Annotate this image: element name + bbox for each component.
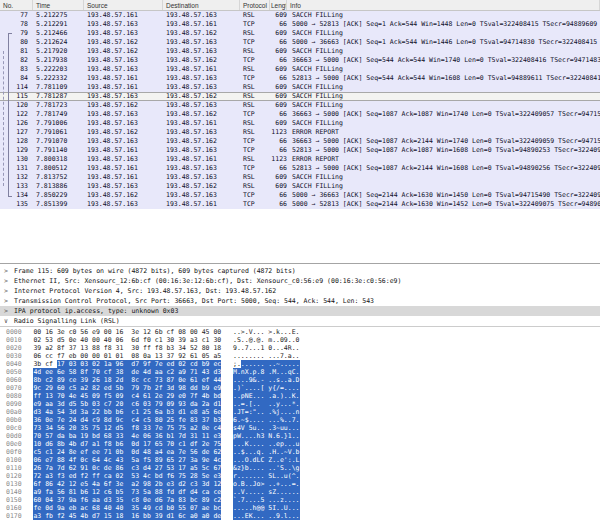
hex-row-0050[interactable]: 0050 4d ee 6e 58 8f 70 cf 38 de 4d aa c2… <box>0 368 600 376</box>
hex-row-0070[interactable]: 0070 9c 29 60 c5 a2 82 ed 5b 79 7b 2f 3d… <box>0 384 600 392</box>
packet-row-83[interactable]: 835.222203193.48.57.163193.48.57.161RSL6… <box>0 65 600 74</box>
hex-row-0100[interactable]: 0100 06 e7 88 4f 0c 64 4c 43 5a f5 89 65… <box>0 456 600 464</box>
expand-icon[interactable]: > <box>4 306 8 316</box>
packet-row-128[interactable]: 1287.791070193.48.57.163193.48.57.162TCP… <box>0 137 600 146</box>
ascii-bytes: ..>.V... >.k...E. <box>233 328 300 336</box>
packet-row-131[interactable]: 1317.800512193.48.57.161193.48.57.163TCP… <box>0 164 600 173</box>
cell-dst: 193.48.57.161 <box>163 20 240 29</box>
hex-bytes-selected: fe 0d 9a eb ac 68 40 40 35 49 cd b0 55 0… <box>33 504 221 512</box>
packet-row-120[interactable]: 1207.781723193.48.57.162193.48.57.163RSL… <box>0 101 600 110</box>
cell-len: 66 <box>270 110 287 119</box>
expand-icon[interactable]: > <box>4 266 8 276</box>
packet-row-127[interactable]: 1277.791061193.48.57.162193.48.57.163RSL… <box>0 128 600 137</box>
hex-row-00b0[interactable]: 00b0 36 0e 7e 24 d4 c9 8d 9c c4 c5 80 25… <box>0 416 600 424</box>
hex-row-00a0[interactable]: 00a0 d3 4a 54 3d 3a 22 bb b6 c1 25 6a b3… <box>0 408 600 416</box>
related-packets-line <box>3 51 5 186</box>
collapse-icon[interactable]: ∨ <box>4 316 8 326</box>
hex-row-0150[interactable]: 0150 60 04 37 9a f6 aa d3 35 c8 0e d6 7a… <box>0 496 600 504</box>
packet-row-78[interactable]: 785.212291193.48.57.163193.48.57.161TCP6… <box>0 20 600 29</box>
hex-row-0160[interactable]: 0160 fe 0d 9a eb ac 68 40 40 35 49 cd b0… <box>0 504 600 512</box>
detail-line[interactable]: >Ethernet II, Src: Xensourc_12:6b:cf (00… <box>0 276 600 286</box>
packet-row-115[interactable]: 1157.781287193.48.57.163193.48.57.162RSL… <box>0 92 600 101</box>
packet-row-126[interactable]: 1267.791006193.48.57.163193.48.57.161RSL… <box>0 119 600 128</box>
column-header-time[interactable]: Time <box>33 0 84 10</box>
packet-row-80[interactable]: 805.212624193.48.57.162193.48.57.163TCP6… <box>0 38 600 47</box>
hex-offset: 0170 <box>6 512 22 520</box>
ascii-bytes-selected: ...EK... ..9.l... <box>233 512 300 520</box>
column-header-protocol[interactable]: Protocol <box>240 0 270 10</box>
hex-row-0110[interactable]: 0110 26 7a 7d 62 91 0c de 86 c3 d4 27 53… <box>0 464 600 472</box>
hex-row-0020[interactable]: 0020 39 a2 8f 37 13 88 f8 31 30 ff f8 b3… <box>0 344 600 352</box>
hex-bytes-selected: 4d ee 6e 58 8f 70 cf 38 de 4d aa c2 a9 7… <box>33 368 221 376</box>
packet-row-82[interactable]: 825.217938193.48.57.163193.48.57.162TCP6… <box>0 56 600 65</box>
hex-row-00d0[interactable]: 00d0 70 57 da ba 19 bd 68 33 4e 06 36 b1… <box>0 432 600 440</box>
expand-icon[interactable]: > <box>4 296 8 306</box>
cell-src: 193.48.57.161 <box>84 146 163 155</box>
hex-row-0130[interactable]: 0130 6f 86 42 12 e5 4a 6f 3e a2 98 2b e3… <box>0 480 600 488</box>
cell-info: ERROR REPORT <box>287 128 600 137</box>
ascii-bytes-selected: ..$...q. .H..~V.b <box>233 448 300 456</box>
expand-icon[interactable]: > <box>4 276 8 286</box>
packet-row-129[interactable]: 1297.791140193.48.57.161193.48.57.163TCP… <box>0 146 600 155</box>
detail-text: Transmission Control Protocol, Src Port:… <box>14 297 374 305</box>
hex-row-0000[interactable]: 0000 00 16 3e c0 56 e9 00 16 3e 12 6b cf… <box>0 328 600 336</box>
packet-row-133[interactable]: 1337.813886193.48.57.163193.48.57.162RSL… <box>0 182 600 191</box>
cell-time: 7.781723 <box>33 101 84 110</box>
packet-row-81[interactable]: 815.217920193.48.57.162193.48.57.163RSL6… <box>0 47 600 56</box>
detail-line[interactable]: >IPA protocol ip.access, type: unknown 0… <box>0 306 600 316</box>
packet-row-114[interactable]: 1147.781109193.48.57.161193.48.57.163RSL… <box>0 83 600 92</box>
detail-line[interactable]: ∨Radio Signalling Link (RSL) <box>0 316 600 326</box>
cell-time: 5.212466 <box>33 29 84 38</box>
hex-row-0140[interactable]: 0140 a9 fa 56 81 b6 12 c6 b5 73 5a 88 fd… <box>0 488 600 496</box>
packet-row-134[interactable]: 1347.850229193.48.57.162193.48.57.163TCP… <box>0 191 600 200</box>
hex-row-0060[interactable]: 0060 8b c2 89 ce 39 26 18 2d 8c cc 73 87… <box>0 376 600 384</box>
cell-dst: 193.48.57.162 <box>163 92 240 101</box>
cell-info: 5000 → 36663 [ACK] Seq=2144 Ack=1630 Win… <box>287 191 600 200</box>
column-header-source[interactable]: Source <box>84 0 163 10</box>
packet-row-84[interactable]: 845.222332193.48.57.161193.48.57.163TCP6… <box>0 74 600 83</box>
hex-row-0120[interactable]: 0120 72 a3 f3 ed f2 ff ca 02 53 4c bd f6… <box>0 472 600 480</box>
hex-bytes-selected: 06 e7 88 4f 0c 64 4c 43 5a f5 89 65 27 3… <box>33 456 221 464</box>
cell-time: 5.222332 <box>33 74 84 83</box>
column-header-info[interactable]: Info <box>287 0 600 10</box>
ascii-bytes-selected: ...K.... ..ep...u <box>233 440 300 448</box>
packet-row-130[interactable]: 1307.800318193.48.57.163193.48.57.161RSL… <box>0 155 600 164</box>
hex-row-0030[interactable]: 0030 06 cc f7 eb 00 00 01 01 08 0a 13 37… <box>0 352 600 360</box>
packet-row-132[interactable]: 1327.813752193.48.57.161193.48.57.163RSL… <box>0 173 600 182</box>
cell-time: 5.217938 <box>33 56 84 65</box>
cell-dst: 193.48.57.163 <box>163 191 240 200</box>
packet-row-79[interactable]: 795.212466193.48.57.163193.48.57.162RSL6… <box>0 29 600 38</box>
hex-offset: 0150 <box>6 496 22 504</box>
cell-len: 609 <box>270 182 287 191</box>
packet-row-135[interactable]: 1357.851399193.48.57.163193.48.57.161TCP… <box>0 200 600 209</box>
packet-row-77[interactable]: 775.212275193.48.57.161193.48.57.163RSL6… <box>0 11 600 20</box>
cell-no: 80 <box>0 38 33 47</box>
cell-info: SACCH FILLing <box>287 65 600 74</box>
column-header-length[interactable]: Length <box>270 0 287 10</box>
hex-row-0170[interactable]: 0170 a3 fb f2 45 4b d7 15 18 16 bb 39 d1… <box>0 512 600 520</box>
hex-offset: 0140 <box>6 488 22 496</box>
ascii-bytes-selected: M.nX.p.8 .M...qC. <box>233 368 300 376</box>
column-header-destination[interactable]: Destination <box>163 0 240 10</box>
packet-row-122[interactable]: 1227.781749193.48.57.163193.48.57.162TCP… <box>0 110 600 119</box>
packet-list-pane: No. Time Source Destination Protocol Len… <box>0 0 600 263</box>
detail-line[interactable]: >Internet Protocol Version 4, Src: 193.4… <box>0 286 600 296</box>
hex-row-0090[interactable]: 0090 e9 aa 3d d5 5b 03 c7 20 c6 03 79 09… <box>0 400 600 408</box>
cell-info: SACCH FILLing <box>287 83 600 92</box>
expand-icon[interactable]: > <box>4 286 8 296</box>
cell-info: SACCH FILLing <box>287 119 600 128</box>
column-header-no[interactable]: No. <box>0 0 33 10</box>
cell-len: 609 <box>270 83 287 92</box>
hex-row-00e0[interactable]: 00e0 10 d6 8b 4b d7 a1 f8 b6 0d 17 65 70… <box>0 440 600 448</box>
hex-row-0040[interactable]: 0040 3b cf 17 03 03 02 1a 96 d7 9f 7e ed… <box>0 360 600 368</box>
cell-proto: RSL <box>240 155 270 164</box>
cell-proto: TCP <box>240 110 270 119</box>
hex-row-0010[interactable]: 0010 02 53 d5 0e 40 00 40 06 6d f0 c1 30… <box>0 336 600 344</box>
hex-row-0080[interactable]: 0080 ff 13 70 4e 45 09 f5 09 c4 61 2e 29… <box>0 392 600 400</box>
cell-len: 66 <box>270 164 287 173</box>
detail-line[interactable]: >Frame 115: 609 bytes on wire (4872 bits… <box>0 266 600 276</box>
detail-line[interactable]: >Transmission Control Protocol, Src Port… <box>0 296 600 306</box>
hex-row-00c0[interactable]: 00c0 73 34 56 20 35 75 12 d5 f8 33 7e 75… <box>0 424 600 432</box>
cell-proto: TCP <box>240 191 270 200</box>
hex-row-00f0[interactable]: 00f0 c5 c1 24 8e ef ee 71 0b 0d 48 a4 ea… <box>0 448 600 456</box>
